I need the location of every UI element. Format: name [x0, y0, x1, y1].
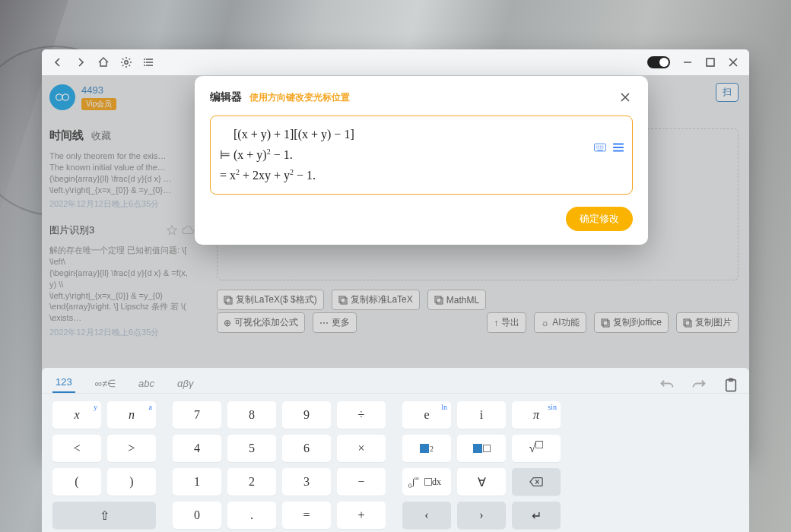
modal-title: 编辑器 [210, 90, 242, 104]
tab-abc[interactable]: abc [135, 373, 157, 393]
maximize-button[interactable] [702, 54, 719, 71]
nav-forward-button[interactable] [72, 54, 89, 71]
key-minus[interactable]: − [337, 468, 386, 496]
key-lparen[interactable]: ( [52, 468, 101, 496]
key-plus[interactable]: + [337, 502, 386, 529]
math-keyboard-panel: 123 ∞≠∈ abc αβγ xy na < > ( ) ⇧ 7 8 9 ÷ … [42, 368, 749, 532]
keypad-functions: eln i πsin 2 √ ∫∞0 dx ∀ ‹ › ↵ [402, 401, 561, 529]
math-line-1: [(x + y) + 1][(x + y) − 1] [220, 124, 623, 144]
key-1[interactable]: 1 [173, 468, 221, 496]
svg-rect-4 [707, 59, 714, 66]
undo-button[interactable] [659, 378, 675, 393]
tab-symbols[interactable]: ∞≠∈ [92, 373, 119, 393]
key-8[interactable]: 8 [227, 401, 276, 429]
svg-point-2 [144, 62, 145, 63]
key-shift[interactable]: ⇧ [52, 502, 156, 529]
math-line-3: = x2 + 2xy + y2 − 1. [220, 165, 623, 185]
key-dot[interactable]: . [227, 502, 276, 529]
key-integral[interactable]: ∫∞0 dx [402, 468, 451, 496]
key-4[interactable]: 4 [173, 435, 221, 462]
key-lt[interactable]: < [52, 435, 101, 462]
key-sqrt[interactable]: √ [512, 435, 561, 462]
math-editor-input[interactable]: [(x + y) + 1][(x + y) − 1] ⊨ (x + y)2 − … [210, 116, 633, 195]
svg-point-1 [144, 59, 145, 60]
key-multiply[interactable]: × [337, 435, 386, 462]
editor-modal: 编辑器 使用方向键改变光标位置 [(x + y) + 1][(x + y) − … [195, 76, 648, 245]
keypad-vars: xy na < > ( ) ⇧ [52, 401, 156, 529]
key-gt[interactable]: > [107, 435, 156, 462]
confirm-button[interactable]: 确定修改 [566, 207, 633, 231]
modal-close-button[interactable] [618, 90, 633, 105]
key-9[interactable]: 9 [282, 401, 331, 429]
nav-back-button[interactable] [49, 54, 66, 71]
tab-123[interactable]: 123 [52, 372, 75, 393]
key-3[interactable]: 3 [282, 468, 331, 496]
key-rparen[interactable]: ) [107, 468, 156, 496]
key-square[interactable]: 2 [402, 435, 451, 462]
key-5[interactable]: 5 [227, 435, 276, 462]
key-forall[interactable]: ∀ [457, 468, 506, 496]
settings-button[interactable] [118, 54, 135, 71]
keyboard-tabs: 123 ∞≠∈ abc αβγ [42, 368, 749, 394]
minimize-button[interactable] [679, 54, 696, 71]
titlebar [42, 49, 749, 75]
key-i[interactable]: i [457, 401, 506, 429]
key-power[interactable] [457, 435, 506, 462]
key-6[interactable]: 6 [282, 435, 331, 462]
key-x[interactable]: xy [52, 401, 101, 429]
key-left[interactable]: ‹ [402, 502, 451, 529]
key-7[interactable]: 7 [173, 401, 221, 429]
paste-button[interactable] [723, 378, 739, 393]
key-0[interactable]: 0 [173, 502, 221, 529]
tab-greek[interactable]: αβγ [174, 373, 196, 393]
key-right[interactable]: › [457, 502, 506, 529]
key-enter[interactable]: ↵ [512, 502, 561, 529]
key-equals[interactable]: = [282, 502, 331, 529]
redo-button[interactable] [691, 378, 707, 393]
key-divide[interactable]: ÷ [337, 401, 386, 429]
home-button[interactable] [95, 54, 112, 71]
key-n[interactable]: na [107, 401, 156, 429]
keypad-numbers: 7 8 9 ÷ 4 5 6 × 1 2 3 − 0 . = + [173, 401, 386, 529]
svg-point-0 [125, 61, 128, 64]
list-button[interactable] [141, 54, 157, 71]
key-2[interactable]: 2 [227, 468, 276, 496]
night-mode-toggle[interactable] [647, 56, 670, 68]
menu-icon[interactable] [612, 142, 624, 153]
close-window-button[interactable] [725, 54, 742, 71]
modal-hint: 使用方向键改变光标位置 [249, 91, 350, 104]
svg-point-3 [144, 65, 145, 66]
math-line-2: ⊨ (x + y)2 − 1. [220, 144, 623, 165]
keyboard-icon[interactable] [594, 142, 606, 153]
key-backspace[interactable] [512, 468, 561, 496]
key-pi[interactable]: πsin [512, 401, 561, 429]
key-e[interactable]: eln [402, 401, 451, 429]
